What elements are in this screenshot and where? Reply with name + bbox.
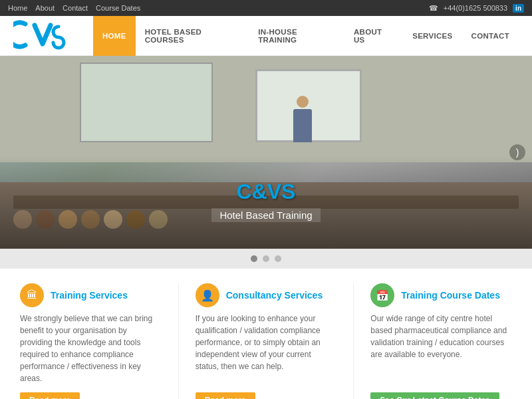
nav-contact[interactable]: CONTACT: [462, 16, 519, 56]
top-nav-course-dates[interactable]: Course Dates: [96, 4, 140, 12]
feature-header-1: 🏛 Training Services: [20, 283, 162, 307]
nav-inhouse-training[interactable]: IN-HOUSE TRAINING: [249, 16, 344, 56]
feature-btn-2[interactable]: Read more: [196, 392, 255, 399]
feature-card-training: 🏛 Training Services We strongly believe …: [20, 283, 162, 399]
hero-section: C&VS Hotel Based Training ): [0, 56, 532, 249]
feature-header-3: 📅 Training Course Dates: [370, 283, 512, 307]
top-nav: Home About Contact Course Dates: [8, 4, 140, 12]
feature-text-2: If you are looking to enhance your quali…: [196, 313, 337, 384]
slider-dots: [0, 249, 532, 269]
feature-divider-1: [178, 283, 179, 399]
feature-title-3: Training Course Dates: [401, 290, 500, 301]
feature-btn-1[interactable]: Read more: [20, 392, 80, 399]
phone-icon: ☎: [429, 4, 438, 13]
main-nav: HOME HOTEL BASED COURSES IN-HOUSE TRAINI…: [93, 16, 519, 55]
slider-dot-2[interactable]: [263, 255, 269, 262]
hero-subtitle: Hotel Based Training: [211, 208, 320, 222]
nav-about-us[interactable]: ABOUT US: [344, 16, 403, 56]
feature-title-1: Training Services: [51, 290, 128, 301]
nav-services[interactable]: SERVICES: [403, 16, 462, 56]
feature-card-course-dates: 📅 Training Course Dates Our wide range o…: [370, 283, 512, 399]
slider-dot-3[interactable]: [275, 255, 281, 262]
top-right: ☎ +44(0)1625 500833 in: [429, 4, 524, 13]
slider-dot-1[interactable]: [251, 255, 257, 262]
top-nav-contact[interactable]: Contact: [63, 4, 88, 12]
projector-screen: [80, 63, 213, 142]
feature-icon-3: 📅: [370, 283, 394, 307]
hero-arrow-right[interactable]: ): [509, 144, 525, 160]
feature-text-3: Our wide range of city centre hotel base…: [370, 313, 512, 384]
logo[interactable]: [13, 19, 93, 53]
logo-svg: [13, 19, 66, 51]
feature-title-2: Consultancy Services: [226, 290, 323, 301]
feature-card-consultancy: 👤 Consultancy Services If you are lookin…: [196, 283, 337, 399]
top-nav-about[interactable]: About: [35, 4, 55, 12]
presenter: [293, 96, 313, 149]
feature-divider-2: [353, 283, 354, 399]
hero-title: C&VS: [0, 180, 532, 204]
feature-header-2: 👤 Consultancy Services: [196, 283, 337, 307]
feature-icon-1: 🏛: [20, 283, 44, 307]
nav-home[interactable]: HOME: [93, 16, 136, 56]
nav-hotel-courses[interactable]: HOTEL BASED COURSES: [136, 16, 249, 56]
top-bar: Home About Contact Course Dates ☎ +44(0)…: [0, 0, 532, 16]
feature-btn-3[interactable]: See Our Latest Course Dates: [370, 392, 499, 399]
header: HOME HOTEL BASED COURSES IN-HOUSE TRAINI…: [0, 16, 532, 56]
hero-text: C&VS Hotel Based Training: [0, 180, 532, 222]
feature-icon-2: 👤: [196, 283, 219, 307]
linkedin-icon[interactable]: in: [513, 4, 524, 13]
features-section: 🏛 Training Services We strongly believe …: [0, 269, 532, 399]
top-nav-home[interactable]: Home: [8, 4, 27, 12]
phone-number: +44(0)1625 500833: [444, 4, 507, 12]
feature-text-1: We strongly believe that we can bring be…: [20, 313, 162, 384]
